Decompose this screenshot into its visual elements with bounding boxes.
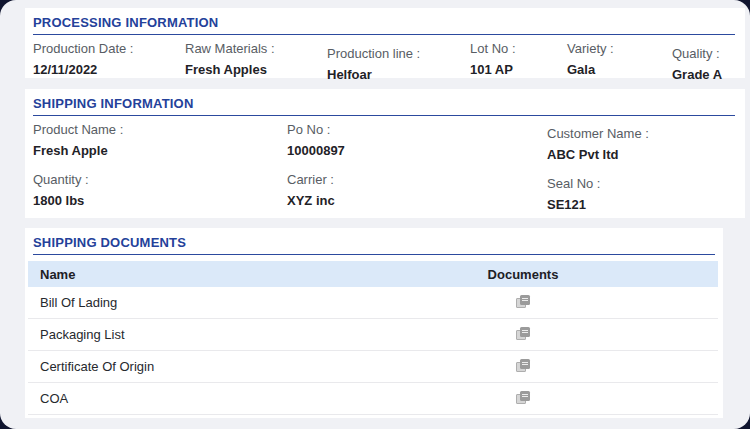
field-value: 1800 lbs: [33, 193, 287, 208]
field-label: Production line :: [327, 46, 470, 61]
shipping-fields-row-1: Product Name : Fresh Apple Po No : 10000…: [33, 122, 735, 162]
field-value: Grade A: [672, 67, 735, 82]
column-header-name: Name: [28, 267, 328, 282]
documents-table: Name Documents Bill Of Lading Packaging …: [28, 261, 718, 415]
documents-table-header: Name Documents: [28, 261, 718, 287]
field-value: Gala: [567, 62, 672, 77]
field-label: Raw Materials :: [185, 41, 327, 56]
table-row: COA: [28, 383, 718, 415]
field-label: Production Date :: [33, 41, 185, 56]
field-value: Helfoar: [327, 67, 470, 82]
field-value: 10000897: [287, 143, 547, 158]
field-raw-materials: Raw Materials : Fresh Apples: [185, 41, 327, 82]
processing-section-title: PROCESSING INFORMATION: [33, 15, 735, 35]
field-label: Product Name :: [33, 122, 287, 137]
field-production-date: Production Date : 12/11/2022: [33, 41, 185, 82]
field-value: 101 AP: [470, 62, 567, 77]
field-value: SE121: [547, 197, 735, 212]
document-file-icon: [516, 327, 530, 340]
document-file-icon: [516, 359, 530, 372]
shipping-information-section: SHIPPING INFORMATION Product Name : Fres…: [25, 89, 745, 218]
field-seal-no: Seal No : SE121: [547, 172, 735, 212]
field-label: Seal No :: [547, 176, 735, 191]
document-open-button[interactable]: [516, 391, 530, 404]
shipping-section-title: SHIPPING INFORMATION: [33, 96, 735, 116]
field-quality: Quality : Grade A: [672, 41, 735, 82]
field-value: XYZ inc: [287, 193, 547, 208]
field-variety: Variety : Gala: [567, 41, 672, 82]
field-customer-name: Customer Name : ABC Pvt ltd: [547, 122, 735, 162]
field-value: ABC Pvt ltd: [547, 147, 735, 162]
document-open-button[interactable]: [516, 295, 530, 308]
field-label: Carrier :: [287, 172, 547, 187]
field-quantity: Quantity : 1800 lbs: [33, 172, 287, 212]
field-label: Lot No :: [470, 41, 567, 56]
document-name: Packaging List: [28, 327, 328, 342]
field-label: Quality :: [672, 46, 735, 61]
field-label: Variety :: [567, 41, 672, 56]
field-value: Fresh Apple: [33, 143, 287, 158]
processing-information-section: PROCESSING INFORMATION Production Date :…: [25, 8, 745, 78]
field-product-name: Product Name : Fresh Apple: [33, 122, 287, 162]
shipping-documents-section: SHIPPING DOCUMENTS Name Documents Bill O…: [25, 228, 723, 418]
page-frame: PROCESSING INFORMATION Production Date :…: [0, 0, 750, 429]
field-po-no: Po No : 10000897: [287, 122, 547, 162]
document-open-button[interactable]: [516, 359, 530, 372]
documents-section-title: SHIPPING DOCUMENTS: [33, 235, 715, 255]
field-label: Quantity :: [33, 172, 287, 187]
table-row: Packaging List: [28, 319, 718, 351]
document-name: Bill Of Lading: [28, 295, 328, 310]
table-row: Bill Of Lading: [28, 287, 718, 319]
table-row: Certificate Of Origin: [28, 351, 718, 383]
field-lot-no: Lot No : 101 AP: [470, 41, 567, 82]
field-label: Customer Name :: [547, 126, 735, 141]
document-file-icon: [516, 391, 530, 404]
field-value: 12/11/2022: [33, 62, 185, 77]
field-carrier: Carrier : XYZ inc: [287, 172, 547, 212]
field-production-line: Production line : Helfoar: [327, 41, 470, 82]
field-value: Fresh Apples: [185, 62, 327, 77]
document-name: COA: [28, 391, 328, 406]
field-label: Po No :: [287, 122, 547, 137]
processing-fields: Production Date : 12/11/2022 Raw Materia…: [33, 41, 735, 82]
column-header-documents: Documents: [328, 267, 718, 282]
document-file-icon: [516, 295, 530, 308]
shipping-fields-row-2: Quantity : 1800 lbs Carrier : XYZ inc Se…: [33, 172, 735, 212]
document-name: Certificate Of Origin: [28, 359, 328, 374]
document-open-button[interactable]: [516, 327, 530, 340]
